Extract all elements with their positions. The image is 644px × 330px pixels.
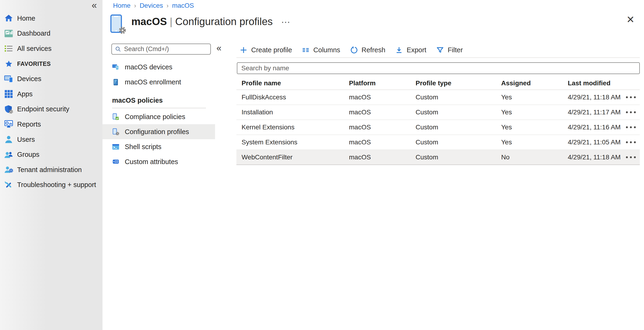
toolbar-divider [236,57,640,58]
cell-assigned: Yes [501,93,568,101]
device-gear-icon [110,14,126,34]
sidebar-item-home[interactable]: Home [0,11,102,26]
sidebar-item-label: Home [17,14,35,22]
sidebar-item-endpoint-security[interactable]: Endpoint security [0,102,102,117]
cell-profile-name[interactable]: WebContentFilter [236,154,349,161]
column-header-profile-type[interactable]: Profile type [416,79,501,87]
export-button[interactable]: Export [395,46,426,54]
sidebar-item-label: Reports [17,120,41,128]
panel-item-shell-scripts[interactable]: Shell scripts [102,139,215,154]
cell-profile-name[interactable]: Installation [236,108,349,116]
shell-scripts-icon [112,143,119,150]
panel-divider [112,108,206,108]
table-row[interactable]: Installation macOS Custom Yes 4/29/21, 1… [236,105,640,120]
table-header-row: Profile name Platform Profile type Assig… [236,77,640,90]
panel-collapse-button[interactable]: « [216,44,222,52]
secondary-nav-panel: « macOS devices macOS enrollment macOS p… [102,40,215,330]
chevron-right-icon: › [134,2,136,9]
sidebar: « Home Dashboard All services [0,0,102,330]
cell-assigned: No [501,154,568,161]
panel-item-configuration-profiles[interactable]: Configuration profiles [102,124,215,139]
panel-item-macos-devices[interactable]: macOS devices [102,59,215,74]
cell-profile-type: Custom [416,108,501,116]
cell-profile-type: Custom [416,93,501,101]
cell-last-modified: 4/29/21, 11:05 AM [568,138,622,146]
panel-item-macos-enrollment[interactable]: macOS enrollment [102,74,215,89]
breadcrumb-link-macos[interactable]: macOS [172,2,194,9]
export-icon [395,46,403,54]
intune-portal: « Home Dashboard All services [0,0,644,330]
filter-icon [436,46,444,54]
table-row[interactable]: System Extensions macOS Custom Yes 4/29/… [236,135,640,150]
panel-item-compliance-policies[interactable]: Compliance policies [102,109,215,124]
table-row[interactable]: Kernel Extensions macOS Custom Yes 4/29/… [236,120,640,135]
groups-icon [4,150,13,159]
sidebar-item-label: Apps [17,90,32,98]
columns-button[interactable]: Columns [302,46,340,54]
sidebar-item-label: Dashboard [17,29,50,37]
sidebar-item-tenant-administration[interactable]: Tenant administration [0,162,102,177]
sidebar-item-dashboard[interactable]: Dashboard [0,26,102,41]
sidebar-section-label: FAVORITES [17,60,51,67]
column-header-assigned[interactable]: Assigned [501,79,568,87]
breadcrumb-link-home[interactable]: Home [113,2,131,9]
sidebar-item-groups[interactable]: Groups [0,147,102,162]
table-row[interactable]: FullDiskAccess macOS Custom Yes 4/29/21,… [236,90,640,105]
cell-profile-type: Custom [416,138,501,146]
cell-profile-type: Custom [416,154,501,161]
macos-devices-icon [112,63,119,71]
column-header-platform[interactable]: Platform [349,79,416,87]
title-row: macOS|Configuration profiles ⋯ [110,13,290,34]
panel-search-input[interactable] [124,45,210,53]
sidebar-item-devices[interactable]: Devices [0,71,102,86]
users-icon [4,135,13,144]
table-row[interactable]: WebContentFilter macOS Custom No 4/29/21… [236,150,640,165]
sidebar-item-users[interactable]: Users [0,132,102,147]
panel-nav: macOS devices macOS enrollment macOS pol… [102,59,215,169]
row-menu-button[interactable] [622,105,640,119]
cell-platform: macOS [349,108,416,116]
apps-icon [4,89,13,98]
devices-icon [4,74,13,83]
plus-icon [240,46,248,54]
sidebar-item-label: Devices [17,75,41,83]
endpoint-security-icon [4,105,13,114]
row-menu-button[interactable] [622,135,640,150]
column-header-profile-name[interactable]: Profile name [236,79,349,87]
compliance-policies-icon [112,113,119,120]
table-search-input[interactable] [237,62,640,74]
sidebar-item-troubleshooting-support[interactable]: Troubleshooting + support [0,177,102,193]
columns-icon [302,46,310,54]
breadcrumb-link-devices[interactable]: Devices [140,2,163,9]
chevron-right-icon: › [166,2,168,9]
tenant-admin-icon [4,165,13,174]
sidebar-item-apps[interactable]: Apps [0,86,102,102]
column-header-last-modified[interactable]: Last modified [568,79,622,87]
panel-item-label: macOS devices [125,63,172,71]
sidebar-item-all-services[interactable]: All services [0,41,102,56]
row-menu-button[interactable] [622,90,640,104]
star-icon [4,59,13,68]
close-button[interactable]: ✕ [625,14,636,25]
row-menu-button[interactable] [622,120,640,135]
sidebar-collapse-button[interactable]: « [92,0,97,10]
search-icon [115,46,121,52]
cell-profile-name[interactable]: System Extensions [236,138,349,146]
panel-item-label: Shell scripts [125,143,161,151]
cell-last-modified: 4/29/21, 11:16 AM [568,123,622,131]
cell-profile-name[interactable]: FullDiskAccess [236,93,349,101]
create-profile-button[interactable]: Create profile [240,46,292,54]
home-icon [4,14,13,23]
more-options-icon[interactable]: ⋯ [281,17,290,27]
cell-profile-name[interactable]: Kernel Extensions [236,123,349,131]
row-menu-button[interactable] [622,150,640,165]
panel-item-custom-attributes[interactable]: Custom attributes [102,154,215,169]
sidebar-item-label: Troubleshooting + support [17,181,96,189]
cell-assigned: Yes [501,123,568,131]
refresh-button[interactable]: Refresh [350,46,386,54]
sidebar-item-reports[interactable]: Reports [0,117,102,132]
toolbar: Create profile Columns Refresh Export Fi… [236,43,644,57]
configuration-profiles-icon [112,128,119,135]
filter-button[interactable]: Filter [436,46,463,54]
sidebar-section-favorites: FAVORITES [0,56,102,71]
